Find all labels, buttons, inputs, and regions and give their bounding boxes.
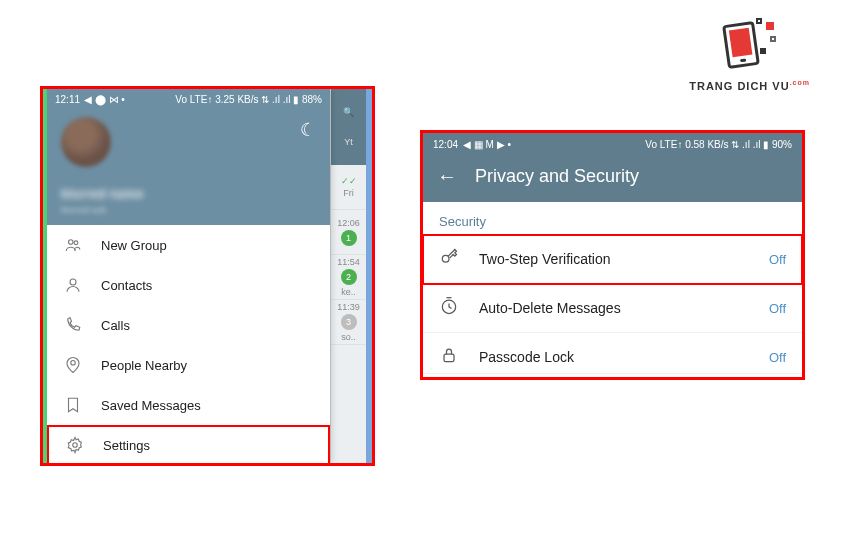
unread-badge: 1 — [341, 230, 357, 246]
menu-people-nearby[interactable]: People Nearby — [47, 345, 330, 385]
setting-value: Off — [769, 252, 786, 267]
svg-point-3 — [71, 361, 76, 366]
tab-label: Yt — [344, 137, 353, 147]
chat-time: 11:54 — [337, 257, 360, 267]
setting-label: Passcode Lock — [479, 349, 751, 365]
status-time: 12:04 — [433, 139, 458, 150]
menu-new-group[interactable]: New Group — [47, 225, 330, 265]
chat-time: Fri — [343, 188, 354, 198]
setting-value: Off — [769, 350, 786, 365]
status-right-icons: Vo LTE↑ 0.58 KB/s ⇅ .ıl .ıl ▮ 90% — [645, 139, 792, 150]
status-bar: 12:04◀ ▦ M ▶ • Vo LTE↑ 0.58 KB/s ⇅ .ıl .… — [423, 133, 802, 155]
drawer-menu: New Group Contacts Calls People Nearby S… — [47, 225, 330, 465]
lock-icon — [439, 345, 461, 369]
status-right-icons: Vo LTE↑ 3.25 KB/s ⇅ .ıl .ıl ▮ 88% — [175, 94, 322, 105]
menu-contacts[interactable]: Contacts — [47, 265, 330, 305]
svg-point-1 — [74, 241, 78, 245]
read-check-icon: ✓✓ — [341, 176, 357, 186]
page-title: Privacy and Security — [475, 166, 639, 187]
avatar[interactable] — [61, 117, 111, 167]
unread-badge: 2 — [341, 269, 357, 285]
setting-passcode[interactable]: Passcode Lock Off — [423, 333, 802, 374]
status-time: 12:11 — [55, 94, 80, 105]
nearby-icon — [63, 356, 83, 374]
chat-snippet: ke.. — [341, 287, 356, 297]
menu-label: Contacts — [101, 278, 152, 293]
phone-icon — [63, 316, 83, 334]
gear-icon — [65, 436, 85, 454]
group-icon — [63, 236, 83, 254]
screenshot-privacy: 12:04◀ ▦ M ▶ • Vo LTE↑ 0.58 KB/s ⇅ .ıl .… — [420, 130, 805, 380]
unread-badge: 3 — [341, 314, 357, 330]
setting-auto-delete[interactable]: Auto-Delete Messages Off — [423, 284, 802, 333]
setting-label: Auto-Delete Messages — [479, 300, 751, 316]
menu-label: Calls — [101, 318, 130, 333]
chatlist-background: 🔍 Yt ✓✓Fri 12:061 11:542ke.. 11:393so.. — [330, 89, 366, 463]
key-icon — [439, 247, 461, 271]
svg-point-0 — [69, 240, 74, 245]
svg-point-5 — [442, 255, 449, 262]
svg-rect-7 — [444, 354, 454, 362]
night-mode-icon[interactable]: ☾ — [300, 119, 316, 141]
person-icon — [63, 276, 83, 294]
logo-icon — [720, 18, 780, 73]
setting-value: Off — [769, 301, 786, 316]
settings-header: 12:04◀ ▦ M ▶ • Vo LTE↑ 0.58 KB/s ⇅ .ıl .… — [423, 133, 802, 202]
status-left-icons: ◀ ▦ M ▶ • — [463, 139, 511, 150]
screenshot-drawer: 🔍 Yt ✓✓Fri 12:061 11:542ke.. 11:393so.. … — [40, 86, 375, 466]
status-left-icons: ◀ ⬤ ⋈ • — [84, 94, 125, 105]
svg-point-4 — [73, 443, 78, 448]
chat-snippet: so.. — [341, 332, 356, 342]
setting-label: Two-Step Verification — [479, 251, 751, 267]
chat-time: 11:39 — [337, 302, 360, 312]
navigation-drawer: 12:11◀ ⬤ ⋈ • Vo LTE↑ 3.25 KB/s ⇅ .ıl .ıl… — [47, 89, 330, 463]
bookmark-icon — [63, 396, 83, 414]
timer-icon — [439, 296, 461, 320]
search-icon[interactable]: 🔍 — [343, 107, 354, 117]
section-header: Security — [423, 202, 802, 235]
menu-calls[interactable]: Calls — [47, 305, 330, 345]
chat-time: 12:06 — [337, 218, 360, 228]
menu-label: New Group — [101, 238, 167, 253]
menu-saved-messages[interactable]: Saved Messages — [47, 385, 330, 425]
profile-name: blurred name — [61, 186, 143, 201]
status-bar: 12:11◀ ⬤ ⋈ • Vo LTE↑ 3.25 KB/s ⇅ .ıl .ıl… — [47, 89, 330, 109]
profile-phone: blurred sub — [61, 205, 106, 215]
svg-point-2 — [70, 279, 76, 285]
brand-logo: TRANG DICH VU.com — [689, 18, 810, 92]
setting-two-step[interactable]: Two-Step Verification Off — [423, 235, 802, 284]
back-icon[interactable]: ← — [437, 165, 457, 188]
menu-label: People Nearby — [101, 358, 187, 373]
menu-label: Saved Messages — [101, 398, 201, 413]
menu-settings[interactable]: Settings — [47, 425, 330, 465]
menu-label: Settings — [103, 438, 150, 453]
drawer-header: 12:11◀ ⬤ ⋈ • Vo LTE↑ 3.25 KB/s ⇅ .ıl .ıl… — [47, 89, 330, 225]
logo-text: TRANG DICH VU.com — [689, 79, 810, 92]
